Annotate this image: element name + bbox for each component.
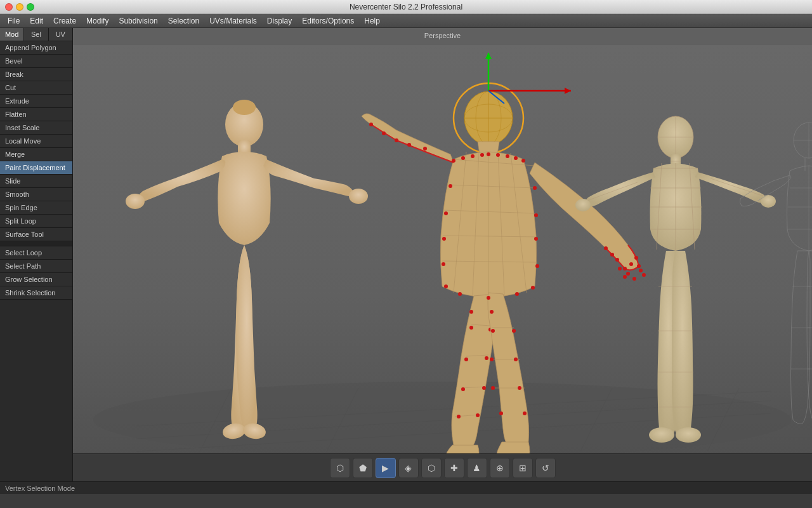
svg-point-45	[626, 272, 630, 276]
svg-point-41	[623, 267, 627, 271]
menu-item-help[interactable]: Help	[359, 15, 385, 27]
svg-point-81	[523, 411, 527, 415]
svg-point-42	[629, 262, 633, 266]
menu-item-editors-options[interactable]: Editors/Options	[297, 15, 359, 27]
close-button[interactable]	[5, 3, 13, 11]
flatten-btn[interactable]: Flatten	[0, 108, 72, 121]
svg-point-46	[618, 267, 622, 271]
svg-point-139	[676, 427, 701, 443]
svg-point-90	[487, 152, 490, 156]
split-loop-btn[interactable]: Split Loop	[0, 215, 72, 228]
menu-item-file[interactable]: File	[3, 15, 25, 27]
vertex-mode-btn[interactable]: ⬡	[330, 458, 350, 478]
bottom-toolbar: ⬡ ⬟ ▶ ◈ ⬡ ✚ ♟ ⊕ ⊞ ↺	[73, 453, 812, 481]
face-mode-btn[interactable]: ▶	[376, 458, 396, 478]
settings-btn[interactable]: ↺	[535, 458, 556, 478]
smooth-btn[interactable]: Smooth	[0, 188, 72, 201]
svg-point-65	[476, 413, 480, 417]
menu-item-subdivision[interactable]: Subdivision	[114, 15, 162, 27]
menu-item-edit[interactable]: Edit	[25, 15, 48, 27]
svg-point-78	[512, 329, 516, 333]
svg-point-50	[632, 277, 636, 281]
svg-point-38	[407, 143, 411, 147]
shrink-selection-btn[interactable]: Shrink Selection	[0, 286, 72, 300]
minimize-button[interactable]	[16, 3, 23, 11]
status-text: Vertex Selection Mode	[5, 485, 75, 492]
window-title: Nevercenter Silo 2.2 Professional	[350, 3, 462, 11]
menu-item-display[interactable]: Display	[262, 15, 297, 27]
merge-btn[interactable]: Merge	[0, 148, 72, 161]
characters-svg	[73, 28, 812, 481]
svg-point-86	[452, 159, 455, 163]
extrude-btn[interactable]: Extrude	[0, 95, 72, 108]
svg-point-103	[444, 284, 448, 288]
svg-point-128	[761, 195, 776, 208]
svg-point-87	[461, 156, 465, 160]
move-tool-btn[interactable]: ✚	[444, 458, 464, 478]
menu-item-uvs-materials[interactable]: UVs/Materials	[204, 15, 262, 27]
paint-displacement-btn[interactable]: Paint Displacement	[0, 161, 72, 175]
svg-point-59	[461, 387, 465, 391]
sel-tab[interactable]: Sel	[24, 28, 48, 41]
maximize-button[interactable]	[27, 3, 34, 11]
svg-point-102	[535, 264, 539, 268]
mode-tabs: Mod Sel UV	[0, 28, 72, 41]
window-controls	[5, 3, 34, 11]
svg-point-101	[442, 262, 445, 266]
select-path-btn[interactable]: Select Path	[0, 260, 72, 273]
svg-point-35	[382, 131, 386, 135]
svg-point-95	[449, 184, 452, 188]
svg-point-105	[458, 292, 462, 296]
svg-point-74	[491, 329, 495, 333]
uv-tab[interactable]: UV	[49, 28, 72, 41]
left-panel: Mod Sel UV Append Polygon Bevel Break Cu…	[0, 28, 73, 481]
inset-scale-btn[interactable]: Inset Scale	[0, 121, 72, 135]
titlebar: Nevercenter Silo 2.2 Professional	[0, 0, 812, 14]
menubar: FileEditCreateModifySubdivisionSelection…	[0, 14, 812, 28]
menu-item-selection[interactable]: Selection	[163, 15, 204, 27]
mod-tab[interactable]: Mod	[0, 28, 24, 41]
break-btn[interactable]: Break	[0, 68, 72, 81]
panel-separator	[0, 241, 72, 246]
spin-edge-btn[interactable]: Spin Edge	[0, 201, 72, 215]
render-btn[interactable]: ⊞	[513, 458, 533, 478]
svg-point-63	[485, 356, 488, 360]
svg-point-106	[487, 296, 490, 300]
object-mode-btn[interactable]: ◈	[398, 458, 419, 478]
svg-point-99	[442, 237, 446, 241]
bevel-btn[interactable]: Bevel	[0, 55, 72, 68]
svg-point-138	[649, 427, 674, 443]
grow-selection-btn[interactable]: Grow Selection	[0, 273, 72, 286]
svg-point-75	[490, 358, 494, 361]
person-tool-btn[interactable]: ♟	[467, 458, 487, 478]
menu-item-create[interactable]: Create	[48, 15, 81, 27]
surface-tool-btn[interactable]: Surface Tool	[0, 228, 72, 241]
svg-point-37	[423, 147, 427, 150]
select-tool-btn[interactable]: ⬡	[421, 458, 442, 478]
svg-point-73	[490, 310, 494, 314]
svg-point-77	[499, 411, 503, 415]
edge-mode-btn[interactable]: ⬟	[353, 458, 373, 478]
svg-point-89	[480, 153, 484, 157]
viewport[interactable]: Perspective RRCG RRCG RRCG 人人素材 人人素材 人人素…	[73, 28, 812, 481]
svg-point-44	[637, 264, 641, 268]
svg-point-96	[533, 186, 537, 190]
svg-point-129	[575, 199, 591, 211]
slide-btn[interactable]: Slide	[0, 175, 72, 188]
svg-point-49	[642, 273, 646, 277]
svg-point-36	[369, 123, 373, 126]
svg-point-79	[514, 358, 518, 361]
svg-point-97	[444, 211, 448, 215]
local-move-btn[interactable]: Local Move	[0, 135, 72, 148]
select-loop-btn[interactable]: Select Loop	[0, 246, 72, 260]
cut-btn[interactable]: Cut	[0, 81, 72, 95]
svg-point-56	[469, 310, 473, 314]
rotate-mode-btn[interactable]: ⊕	[490, 458, 510, 478]
menu-item-modify[interactable]: Modify	[81, 15, 114, 27]
svg-point-14	[126, 194, 145, 209]
svg-point-80	[518, 386, 521, 390]
main-layout: Mod Sel UV Append Polygon Bevel Break Cu…	[0, 28, 812, 481]
svg-point-51	[623, 275, 627, 279]
append-polygon-btn[interactable]: Append Polygon	[0, 41, 72, 55]
svg-point-76	[491, 386, 495, 390]
